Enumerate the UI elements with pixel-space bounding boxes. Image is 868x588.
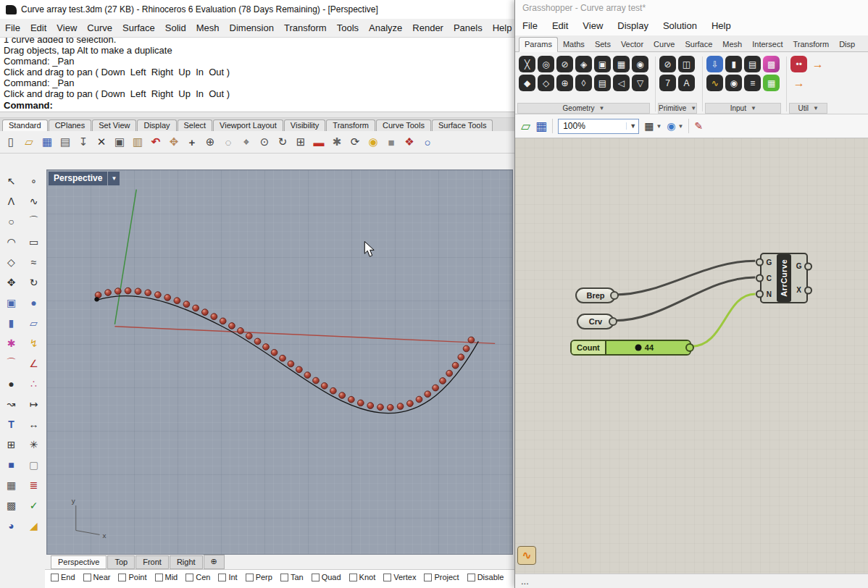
slider-name[interactable]: Count (572, 341, 606, 354)
category-tab[interactable]: Surface (680, 38, 717, 51)
category-tab[interactable]: Curve (648, 38, 680, 51)
viewport-title-label[interactable]: Perspective (49, 172, 107, 185)
osnap-checkbox[interactable] (185, 574, 193, 581)
osnap-checkbox[interactable] (118, 574, 126, 581)
gh-util-icon[interactable] (809, 75, 826, 91)
freeform-icon[interactable]: ≈ (24, 253, 43, 270)
points-icon[interactable]: ∴ (24, 375, 43, 392)
gh-primitive-icon[interactable]: ⊘ (659, 56, 676, 72)
osnap-toggle[interactable]: Project (424, 573, 459, 581)
menu-item[interactable]: Transform (279, 22, 332, 33)
gh-primitive-icon[interactable]: ◫ (678, 56, 695, 72)
category-tab[interactable]: Mesh (717, 38, 747, 51)
gh-input-icon[interactable]: ▦ (763, 75, 780, 91)
osnap-checkbox[interactable] (349, 574, 357, 581)
toolbar-tab[interactable]: Visibility (284, 119, 326, 131)
select-arrow-icon[interactable]: ↖ (1, 172, 21, 189)
arrayed-sphere[interactable] (313, 377, 320, 384)
toolbar-tab[interactable]: Display (137, 119, 176, 131)
sphere-array[interactable] (95, 287, 475, 411)
menu-item[interactable]: Help (704, 20, 738, 31)
toolbar-tab[interactable]: Select (178, 119, 213, 131)
numbered-grid-icon[interactable]: ≣ (24, 476, 43, 493)
gh-geometry-icon[interactable]: ⊕ (556, 75, 573, 91)
osnap-checkbox[interactable] (424, 574, 432, 581)
export-icon[interactable]: ↧ (75, 133, 92, 151)
star-icon[interactable]: ✱ (1, 335, 21, 351)
category-tab[interactable]: Transform (788, 38, 834, 51)
toolbar-tab[interactable]: Transform (326, 119, 375, 131)
gh-geometry-icon[interactable]: ╳ (519, 56, 535, 72)
gh-geometry-icon[interactable]: ◊ (575, 75, 592, 91)
save-document-icon[interactable]: ▦ (535, 119, 547, 134)
slider-grip[interactable] (635, 345, 641, 351)
crv-param-node[interactable]: Crv (577, 314, 614, 329)
chevron-down-icon[interactable]: ▼ (626, 122, 636, 130)
dimension-icon[interactable]: ↔ (24, 416, 43, 432)
open-file-icon[interactable]: ▱ (20, 133, 38, 151)
gh-input-icon[interactable]: ▮ (725, 56, 742, 72)
arrayed-sphere[interactable] (254, 338, 261, 345)
arrcurve-component[interactable]: GCN ArrCurve GX (760, 253, 808, 303)
menu-item[interactable]: Curve (82, 22, 117, 33)
osnap-toggle[interactable]: Quad (312, 573, 341, 581)
zoom-dynamic-icon[interactable]: ⊕ (201, 133, 219, 151)
osnap-checkbox[interactable] (280, 574, 288, 581)
toolbar-tab[interactable]: CPlanes (49, 119, 92, 131)
rectangle-icon[interactable]: ▭ (24, 233, 43, 250)
category-tab[interactable]: Sets (590, 38, 616, 51)
circle-icon[interactable]: ○ (419, 133, 436, 151)
osnap-checkbox[interactable] (51, 574, 59, 581)
zoom-combobox[interactable]: 100% ▼ (558, 119, 639, 134)
osnap-checkbox[interactable] (83, 574, 91, 581)
viewport-tab[interactable]: Right (170, 555, 203, 569)
circle-tool-icon[interactable]: ○ (1, 213, 21, 230)
count-slider[interactable]: Count 44 (570, 340, 691, 356)
chamfer-icon[interactable]: ∠ (24, 355, 43, 371)
gh-geometry-icon[interactable]: ▽ (632, 75, 648, 91)
arrayed-sphere[interactable] (330, 387, 336, 394)
arrayed-sphere[interactable] (407, 400, 414, 407)
arrayed-sphere[interactable] (296, 366, 302, 373)
new-file-icon[interactable]: ▯ (2, 133, 20, 151)
arrayed-sphere[interactable] (463, 345, 470, 352)
slider-track[interactable]: 44 (606, 341, 690, 354)
osnap-checkbox[interactable] (467, 574, 475, 581)
arrayed-sphere[interactable] (114, 288, 121, 295)
osnap-toggle[interactable]: End (51, 573, 75, 581)
gh-util-icon[interactable]: → (790, 75, 807, 91)
move-icon[interactable]: + (183, 133, 201, 151)
toolbar-tab[interactable]: Viewport Layout (213, 119, 283, 131)
arrayed-sphere[interactable] (416, 396, 422, 403)
sphere-dark-icon[interactable]: ● (1, 375, 21, 392)
gh-geometry-icon[interactable]: ▤ (594, 75, 611, 91)
gh-geometry-icon[interactable]: ◁ (613, 75, 630, 91)
paste-icon[interactable]: ▥ (129, 133, 146, 151)
arrayed-sphere[interactable] (263, 344, 270, 350)
arrayed-sphere[interactable] (348, 396, 354, 403)
gh-util-icon[interactable]: •• (790, 56, 807, 72)
osnap-toggle[interactable]: Vertex (383, 573, 416, 581)
osnap-toggle[interactable]: Knot (349, 573, 376, 581)
rotate-view-icon[interactable]: ↻ (274, 133, 291, 151)
perspective-viewport[interactable]: Perspective ▼ (46, 169, 513, 555)
array-icon[interactable]: ⊞ (1, 436, 21, 453)
arrayed-sphere[interactable] (125, 287, 131, 294)
geometry-group-label[interactable]: Geometry▼ (517, 103, 650, 114)
input-port[interactable]: N (761, 286, 777, 302)
component-core[interactable]: ArrCurve (777, 254, 792, 302)
menu-item[interactable]: Tools (332, 22, 364, 33)
arrayed-sphere[interactable] (452, 362, 459, 369)
menu-item[interactable]: Solid (160, 22, 191, 33)
render-icon[interactable]: ◕ (1, 517, 21, 534)
osnap-checkbox[interactable] (383, 574, 391, 581)
osnap-checkbox[interactable] (246, 574, 254, 581)
command-history[interactable]: 1 curve added to selection.Drag objects,… (0, 37, 514, 112)
sketch-tool-button[interactable]: ∿ (517, 546, 536, 565)
gh-geometry-icon[interactable]: ▣ (594, 56, 611, 72)
menu-item[interactable]: Help (488, 22, 517, 33)
arrayed-sphere[interactable] (458, 354, 464, 361)
menu-item[interactable]: Solution (656, 20, 704, 31)
menu-item[interactable]: Edit (545, 20, 575, 31)
menu-item[interactable]: File (515, 20, 545, 31)
